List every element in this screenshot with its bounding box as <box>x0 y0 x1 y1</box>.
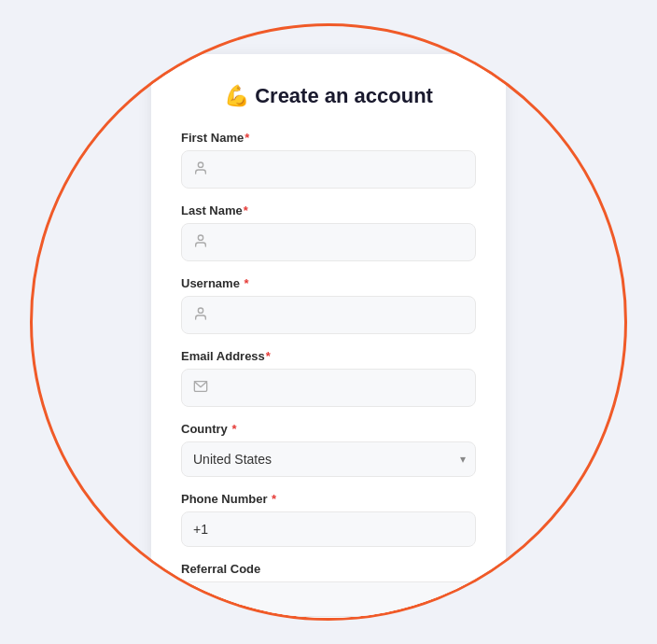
first-name-label: First Name* <box>181 131 476 145</box>
referral-input-wrapper <box>181 581 476 617</box>
email-group: Email Address* <box>181 349 476 407</box>
country-select-wrapper: United States Canada United Kingdom Aust… <box>181 441 476 477</box>
email-label: Email Address* <box>181 349 476 363</box>
username-input-wrapper <box>181 296 476 334</box>
phone-input-wrapper: +1 <box>181 511 476 547</box>
referral-label: Referral Code <box>181 562 476 576</box>
first-name-group: First Name* <box>181 131 476 189</box>
username-label: Username * <box>181 276 476 290</box>
title-emoji: 💪 <box>224 84 249 107</box>
referral-input[interactable] <box>193 592 464 607</box>
last-name-required: * <box>244 203 248 217</box>
country-group: Country * United States Canada United Ki… <box>181 422 476 477</box>
phone-label: Phone Number * <box>181 492 476 506</box>
country-label: Country * <box>181 422 476 436</box>
username-required: * <box>245 276 249 290</box>
title-text: Create an account <box>255 84 433 107</box>
country-select[interactable]: United States Canada United Kingdom Aust… <box>182 442 475 476</box>
svg-point-1 <box>198 235 203 240</box>
country-required: * <box>231 422 236 436</box>
form-card: 💪 Create an account First Name* Las <box>151 54 506 621</box>
username-group: Username * <box>181 276 476 334</box>
last-name-label: Last Name* <box>181 203 476 217</box>
first-name-icon <box>193 161 208 178</box>
outer-circle: 💪 Create an account First Name* Las <box>30 23 627 621</box>
phone-input[interactable] <box>212 522 464 537</box>
last-name-input[interactable] <box>216 235 464 250</box>
email-required: * <box>266 349 271 363</box>
email-input-wrapper <box>181 369 476 407</box>
username-input[interactable] <box>216 308 464 323</box>
first-name-input-wrapper <box>181 150 476 189</box>
form-title: 💪 Create an account <box>181 84 476 108</box>
phone-prefix: +1 <box>193 522 212 537</box>
email-input[interactable] <box>216 381 464 396</box>
last-name-input-wrapper <box>181 223 476 261</box>
svg-point-0 <box>198 162 203 167</box>
phone-group: Phone Number * +1 <box>181 492 476 547</box>
email-icon <box>193 379 208 397</box>
last-name-group: Last Name* <box>181 203 476 261</box>
username-icon <box>193 306 208 324</box>
referral-group: Referral Code <box>181 562 476 617</box>
last-name-icon <box>193 233 208 251</box>
first-name-required: * <box>245 131 249 145</box>
svg-point-2 <box>198 308 203 313</box>
first-name-input[interactable] <box>216 162 464 177</box>
phone-required: * <box>272 492 276 506</box>
